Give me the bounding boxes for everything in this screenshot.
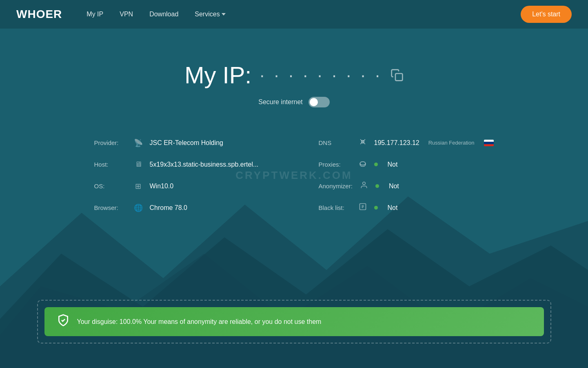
- my-ip-label: My IP:: [184, 61, 251, 89]
- anonymizer-icon: [359, 181, 369, 191]
- blacklist-label: Black list:: [319, 204, 351, 211]
- logo: WHOER: [16, 8, 62, 21]
- toggle-thumb: [310, 98, 318, 106]
- blacklist-icon: [358, 203, 368, 213]
- main-content: My IP: · · · · · · · · · Secure internet…: [0, 29, 588, 219]
- secure-internet-toggle[interactable]: [308, 97, 330, 107]
- dns-value: 195.177.123.12: [374, 139, 419, 147]
- my-ip-section: My IP: · · · · · · · · ·: [184, 61, 404, 89]
- ip-address-masked: · · · · · · · · ·: [260, 65, 382, 85]
- browser-value: Chrome 78.0: [150, 204, 188, 212]
- nav-links: My IP VPN Download Services: [87, 11, 521, 18]
- nav-my-ip[interactable]: My IP: [87, 11, 103, 18]
- disguise-icon: [57, 314, 70, 330]
- disguise-message: Your disguise: 100.0% Your means of anon…: [77, 318, 322, 326]
- os-icon: ⊞: [133, 182, 143, 191]
- dns-country: Russian Federation: [428, 140, 475, 146]
- disguise-container: Your disguise: 100.0% Your means of anon…: [37, 300, 551, 343]
- info-grid: CRYPTWERK.COM Provider: 📡 JSC ER-Telecom…: [70, 132, 519, 219]
- nav-vpn[interactable]: VPN: [120, 11, 133, 18]
- disguise-bar: Your disguise: 100.0% Your means of anon…: [44, 307, 544, 336]
- provider-value: JSC ER-Telecom Holding: [150, 139, 224, 147]
- os-value: Win10.0: [150, 183, 174, 190]
- nav-services[interactable]: Services: [195, 11, 225, 18]
- host-value: 5x19x3x13.static-business.spb.ertel...: [150, 161, 259, 168]
- copy-icon[interactable]: [391, 69, 404, 82]
- proxies-icon: [358, 159, 368, 170]
- host-row: Host: 🖥 5x19x3x13.static-business.spb.er…: [70, 154, 294, 175]
- anonymizer-status-dot: [375, 184, 379, 188]
- proxies-row: Proxies: Not: [294, 154, 519, 175]
- svg-rect-3: [395, 74, 402, 80]
- navbar: WHOER My IP VPN Download Services Let's …: [0, 0, 588, 29]
- anonymizer-value: Not: [389, 183, 399, 190]
- proxies-label: Proxies:: [319, 161, 351, 168]
- proxies-status-dot: [374, 163, 378, 166]
- chevron-down-icon: [222, 13, 226, 16]
- svg-point-5: [360, 162, 365, 165]
- provider-label: Provider:: [94, 139, 127, 146]
- blacklist-value: Not: [388, 204, 398, 212]
- dns-label: DNS: [319, 139, 351, 146]
- secure-internet-label: Secure internet: [258, 98, 303, 106]
- host-icon: 🖥: [133, 160, 143, 169]
- os-row: OS: ⊞ Win10.0: [70, 175, 294, 197]
- lets-start-button[interactable]: Let's start: [521, 6, 572, 23]
- blacklist-row: Black list: Not: [294, 197, 519, 219]
- dns-row: DNS 195.177.123.12 Russian Federation: [294, 132, 519, 154]
- russia-flag-icon: [484, 140, 494, 146]
- dns-icon: [358, 138, 368, 148]
- proxies-value: Not: [388, 161, 398, 168]
- browser-icon: 🌐: [133, 203, 143, 212]
- provider-icon: 📡: [133, 138, 143, 147]
- provider-row: Provider: 📡 JSC ER-Telecom Holding: [70, 132, 294, 154]
- anonymizer-label: Anonymizer:: [319, 183, 353, 190]
- browser-row: Browser: 🌐 Chrome 78.0: [70, 197, 294, 219]
- blacklist-status-dot: [374, 206, 378, 210]
- anonymizer-row: Anonymizer: Not: [294, 175, 519, 197]
- host-label: Host:: [94, 161, 127, 168]
- toggle-track: [308, 97, 330, 107]
- secure-internet-row: Secure internet: [258, 97, 330, 107]
- nav-download[interactable]: Download: [149, 11, 178, 18]
- svg-point-6: [363, 182, 366, 185]
- browser-label: Browser:: [94, 204, 127, 211]
- os-label: OS:: [94, 183, 127, 190]
